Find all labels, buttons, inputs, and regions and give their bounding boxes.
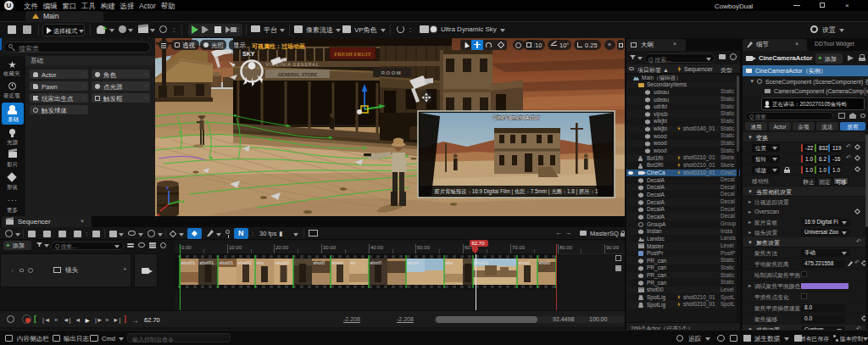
svg-text:shot01: shot01 — [200, 260, 214, 265]
svg-text:sho: sho — [257, 260, 264, 265]
svg-text:shot0: shot0 — [408, 260, 419, 265]
svg-text:shot0: shot0 — [370, 260, 381, 265]
svg-text:shot02: shot02 — [238, 260, 253, 265]
svg-text:shot01: shot01 — [181, 260, 196, 265]
svg-text:shot0: shot0 — [519, 260, 530, 265]
svg-text:shot02: shot02 — [475, 260, 489, 265]
svg-text:sho: sho — [446, 260, 453, 265]
svg-text:shot0: shot0 — [539, 260, 550, 265]
svg-text:shot01: shot01 — [220, 260, 234, 265]
svg-text:sh: sh — [351, 260, 356, 265]
svg-text:shot0: shot0 — [332, 260, 343, 265]
svg-text:shot0: shot0 — [314, 260, 325, 265]
svg-text:shot00: shot00 — [275, 260, 290, 265]
